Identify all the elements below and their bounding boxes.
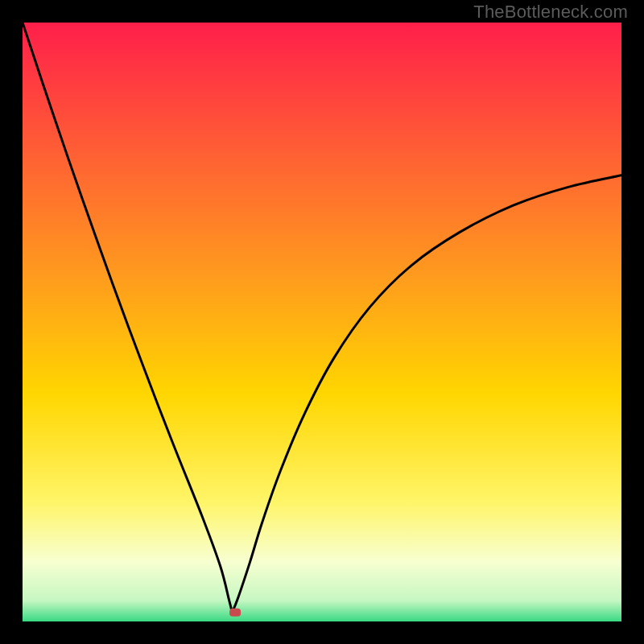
watermark-text: TheBottleneck.com (473, 2, 628, 23)
min-marker (229, 609, 241, 617)
min-marker-dot (229, 609, 241, 617)
gradient-background (23, 23, 621, 621)
bottleneck-chart (23, 23, 621, 621)
